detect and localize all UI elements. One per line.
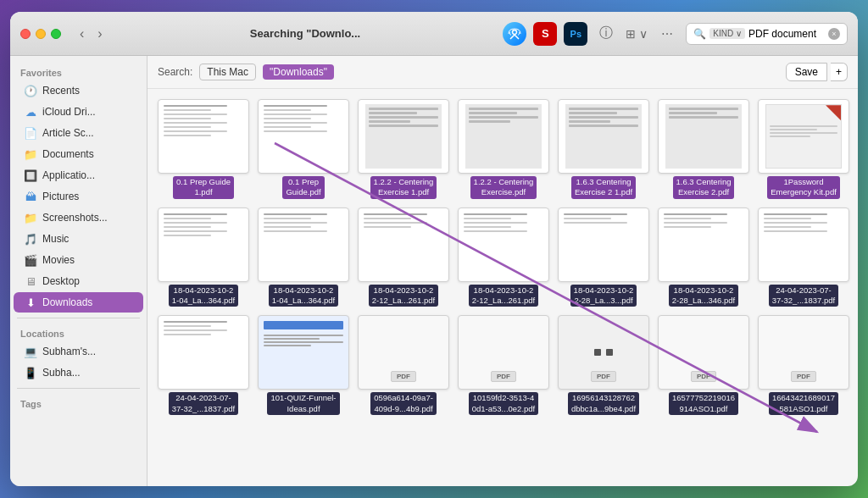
file-name: 16956143128762dbbc1a...9be4.pdf <box>568 392 639 415</box>
file-item[interactable]: 18-04-2023-10-22-28_La...346.pdf <box>658 208 749 307</box>
file-item[interactable]: PDF 16643421689017581ASO1.pdf <box>758 315 849 415</box>
file-thumbnail <box>358 208 449 282</box>
sidebar-item-desktop[interactable]: 🖥 Desktop <box>14 271 143 291</box>
file-item[interactable]: 0.1 Prep Guide1.pdf <box>158 99 249 199</box>
save-area: Save + <box>786 63 848 81</box>
sidebar-label-recents: Recents <box>42 85 80 97</box>
music-icon: 🎵 <box>24 232 37 246</box>
traffic-lights <box>20 29 61 39</box>
sidebar-item-movies[interactable]: 🎬 Movies <box>14 250 143 270</box>
file-item[interactable]: PDF 10159fd2-3513-40d1-a53...0e2.pdf <box>458 315 549 415</box>
file-name: 18-04-2023-10-22-28_La...3...pdf <box>570 285 637 307</box>
file-item[interactable]: 1.2.2 - CenteringExercise.pdf <box>458 99 549 199</box>
sidebar-label-article: Article Sc... <box>42 127 94 139</box>
files-grid-wrapper: 0.1 Prep Guide1.pdf <box>147 89 858 486</box>
file-item[interactable]: 18-04-2023-10-21-04_La...364.pdf <box>158 208 249 307</box>
downloads-scope-tag[interactable]: "Downloads" <box>263 64 334 80</box>
file-item[interactable]: 1.6.3 CenteringExercise 2.pdf <box>658 99 749 199</box>
file-item[interactable]: 1.6.3 CenteringExercise 2 1.pdf <box>558 99 649 199</box>
sidebar-item-downloads[interactable]: ⬇ Downloads <box>14 292 143 313</box>
sidebar-label-icloud: iCloud Dri... <box>42 106 96 118</box>
file-thumbnail <box>558 99 649 174</box>
file-name: 18-04-2023-10-22-12_La...261.pdf <box>369 285 438 307</box>
sidebar-label-applications: Applicatio... <box>42 169 95 181</box>
close-button[interactable] <box>20 29 31 39</box>
sidebar-divider-2 <box>17 388 140 389</box>
file-item[interactable]: PDF 0596a614-09a7-409d-9...4b9.pdf <box>358 315 449 415</box>
file-thumbnail <box>558 208 649 282</box>
file-name: 1.2.2 - CenteringExercise 1.pdf <box>370 176 437 199</box>
sidebar-item-subham1[interactable]: 💻 Subham's... <box>14 341 143 362</box>
toolbar-icons: S Ps ⓘ ⊞ ∨ ⋯ 🔍 KIND ∨ × <box>503 22 848 46</box>
file-thumbnail <box>758 208 849 282</box>
file-item[interactable]: 18-04-2023-10-22-12_La...261.pdf <box>358 208 449 307</box>
file-thumbnail <box>458 99 549 174</box>
file-name: 18-04-2023-10-22-28_La...346.pdf <box>669 285 738 307</box>
this-mac-button[interactable]: This Mac <box>199 64 256 80</box>
file-name: 1.2.2 - CenteringExercise.pdf <box>470 176 537 199</box>
maximize-button[interactable] <box>51 29 61 39</box>
file-item[interactable]: 101-QUIZ-Funnel-Ideas.pdf <box>258 315 349 415</box>
sidebar-item-article[interactable]: 📄 Article Sc... <box>14 123 143 143</box>
recents-icon: 🕐 <box>24 84 37 97</box>
file-name: 18-04-2023-10-22-12_La...261.pdf <box>469 285 538 307</box>
file-name: 18-04-2023-10-21-04_La...364.pdf <box>169 285 238 307</box>
file-item[interactable]: 1PasswordEmergency Kit.pdf <box>758 99 849 199</box>
file-thumbnail <box>258 208 349 282</box>
locations-header: Locations <box>10 324 147 340</box>
sidebar-item-icloud[interactable]: ☁ iCloud Dri... <box>14 102 143 122</box>
finder-window: ‹ › Searching "Downlo... S Ps ⓘ ⊞ ∨ ⋯ 🔍 <box>10 12 858 486</box>
search-label: Search: <box>158 66 192 78</box>
photoshop-icon[interactable]: Ps <box>564 22 587 46</box>
toolbar-search[interactable]: 🔍 KIND ∨ × <box>686 23 848 45</box>
file-thumbnail <box>758 99 849 174</box>
minimize-button[interactable] <box>36 29 46 39</box>
save-button[interactable]: Save <box>786 63 827 81</box>
search-bar-row: Search: This Mac "Downloads" Save + <box>147 56 858 89</box>
file-name: 16643421689017581ASO1.pdf <box>769 392 838 415</box>
airdrop-icon[interactable] <box>503 22 526 46</box>
sidebar-item-pictures[interactable]: 🏔 Pictures <box>14 186 143 207</box>
view-options-icon[interactable]: ⊞ ∨ <box>625 22 648 46</box>
sidebar-item-applications[interactable]: 🔲 Applicatio... <box>14 165 143 185</box>
nav-buttons: ‹ › <box>75 25 108 43</box>
subham1-icon: 💻 <box>24 345 37 358</box>
sidebar-label-documents: Documents <box>42 148 94 160</box>
file-name: 24-04-2023-07-37-32_...1837.pdf <box>169 392 238 415</box>
more-icon[interactable]: ⋯ <box>655 22 679 46</box>
documents-icon: 📁 <box>24 147 37 161</box>
sidebar-label-desktop: Desktop <box>42 275 80 287</box>
file-item[interactable]: 18-04-2023-10-22-12_La...261.pdf <box>458 208 549 307</box>
sidebar-item-recents[interactable]: 🕐 Recents <box>14 80 143 101</box>
save-plus-button[interactable]: + <box>831 63 848 81</box>
movies-icon: 🎬 <box>24 253 37 267</box>
sidebar-item-subham2[interactable]: 📱 Subha... <box>14 362 143 383</box>
forward-button[interactable]: › <box>92 25 107 43</box>
sidebar-item-documents[interactable]: 📁 Documents <box>14 144 143 164</box>
pictures-icon: 🏔 <box>24 190 37 203</box>
file-item[interactable]: 24-04-2023-07-37-32_...1837.pdf <box>158 315 249 415</box>
sidebar-label-movies: Movies <box>42 254 75 266</box>
info-icon[interactable]: ⓘ <box>594 22 618 46</box>
sidebar: Favorites 🕐 Recents ☁ iCloud Dri... 📄 Ar… <box>10 56 147 486</box>
file-item[interactable]: 1.2.2 - CenteringExercise 1.pdf <box>358 99 449 199</box>
scrobbles-icon[interactable]: S <box>533 22 557 46</box>
file-item[interactable]: PDF 16577752219016914ASO1.pdf <box>658 315 749 415</box>
kind-tag[interactable]: KIND ∨ <box>709 28 745 39</box>
file-item[interactable]: 18-04-2023-10-21-04_La...364.pdf <box>258 208 349 307</box>
sidebar-label-screenshots: Screenshots... <box>42 212 108 224</box>
file-thumbnail: PDF <box>558 315 649 390</box>
file-item[interactable]: 0.1 PrepGuide.pdf <box>258 99 349 199</box>
file-item[interactable]: 24-04-2023-07-37-32_...1837.pdf <box>758 208 849 307</box>
sidebar-item-screenshots[interactable]: 📁 Screenshots... <box>14 208 143 228</box>
titlebar: ‹ › Searching "Downlo... S Ps ⓘ ⊞ ∨ ⋯ 🔍 <box>10 12 858 56</box>
file-item[interactable]: PDF 16956143128762dbbc1a...9be4.pdf <box>558 315 649 415</box>
search-input[interactable] <box>748 28 825 40</box>
file-thumbnail <box>658 208 749 282</box>
file-name: 10159fd2-3513-40d1-a53...0e2.pdf <box>469 392 538 415</box>
search-clear-button[interactable]: × <box>828 28 840 40</box>
back-button[interactable]: ‹ <box>75 25 89 43</box>
file-name: 101-QUIZ-Funnel-Ideas.pdf <box>267 392 339 415</box>
sidebar-item-music[interactable]: 🎵 Music <box>14 229 143 249</box>
file-item[interactable]: 18-04-2023-10-22-28_La...3...pdf <box>558 208 649 307</box>
